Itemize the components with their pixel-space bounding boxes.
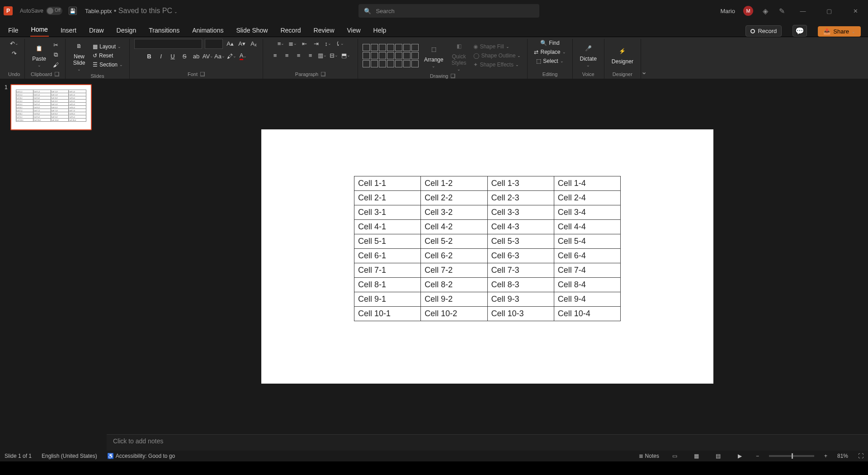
save-icon[interactable]: 💾 (69, 7, 77, 15)
fit-to-window-button[interactable]: ⛶ (858, 453, 863, 459)
drawing-dialog-launcher[interactable] (451, 74, 455, 78)
strikethrough-button[interactable]: S (180, 52, 189, 61)
table-cell[interactable]: Cell 9-3 (487, 292, 554, 307)
table-cell[interactable]: Cell 4-2 (421, 220, 487, 234)
table-cell[interactable]: Cell 3-3 (487, 205, 554, 220)
align-right-button[interactable]: ≡ (294, 51, 303, 60)
bullets-button[interactable]: ≡⌄ (277, 39, 286, 48)
search-input[interactable]: 🔍 Search (359, 4, 539, 18)
ribbon-collapse-button[interactable]: ⌄ (641, 67, 651, 79)
table-cell[interactable]: Cell 10-1 (354, 307, 421, 321)
font-dialog-launcher[interactable] (200, 72, 205, 76)
table-cell[interactable]: Cell 2-1 (354, 191, 421, 205)
table-cell[interactable]: Cell 1-1 (354, 176, 421, 191)
pen-icon[interactable]: ✎ (778, 7, 786, 15)
align-left-button[interactable]: ≡ (271, 51, 280, 60)
table-cell[interactable]: Cell 5-4 (554, 234, 620, 249)
paste-button[interactable]: 📋 Paste⌄ (29, 41, 49, 68)
table-cell[interactable]: Cell 7-4 (554, 263, 620, 278)
table-cell[interactable]: Cell 4-1 (354, 220, 421, 234)
sorter-view-button[interactable]: ▦ (691, 452, 703, 460)
autosave-toggle[interactable]: AutoSave Off (20, 7, 62, 15)
diamond-icon[interactable]: ◈ (761, 7, 769, 15)
font-family-combo[interactable] (134, 39, 202, 49)
select-button[interactable]: ⬚ Select⌄ (534, 57, 565, 65)
table-cell[interactable]: Cell 3-4 (554, 205, 620, 220)
tab-help[interactable]: Help (373, 24, 387, 37)
share-button[interactable]: 📤Share⌄ (818, 26, 861, 37)
table-cell[interactable]: Cell 6-1 (354, 249, 421, 263)
table-cell[interactable]: Cell 8-1 (354, 278, 421, 292)
table-cell[interactable]: Cell 3-1 (354, 205, 421, 220)
table-cell[interactable]: Cell 2-3 (487, 191, 554, 205)
tab-record[interactable]: Record (279, 24, 302, 37)
clipboard-dialog-launcher[interactable] (55, 72, 59, 76)
replace-button[interactable]: ⇄ Replace ⌄ (532, 48, 567, 56)
columns-button[interactable]: ▥⌄ (318, 51, 327, 60)
redo-button[interactable]: ↷ (9, 49, 19, 58)
numbering-button[interactable]: ≣⌄ (288, 39, 297, 48)
undo-button[interactable]: ↶⌄ (9, 39, 19, 48)
table-cell[interactable]: Cell 10-4 (554, 307, 620, 321)
table-cell[interactable]: Cell 4-3 (487, 220, 554, 234)
close-button[interactable]: ✕ (846, 4, 864, 18)
paragraph-dialog-launcher[interactable] (321, 72, 326, 76)
thumbnail-pane[interactable]: 1 Cell 1-1Cell 1-2Cell 1-3Cell 1-4Cell 2… (0, 79, 107, 451)
font-color-button[interactable]: A⌄ (239, 52, 248, 61)
table-cell[interactable]: Cell 8-2 (421, 278, 487, 292)
decrease-indent-button[interactable]: ⇤ (300, 39, 309, 48)
avatar[interactable]: M (743, 6, 753, 16)
reset-button[interactable]: ↺ Reset (91, 52, 125, 60)
toggle-switch[interactable]: Off (46, 7, 62, 15)
highlight-button[interactable]: 🖍⌄ (227, 52, 236, 61)
arrange-button[interactable]: ⬚Arrange⌄ (421, 42, 446, 69)
reading-view-button[interactable]: ▤ (712, 452, 724, 460)
align-center-button[interactable]: ≡ (283, 51, 292, 60)
table-cell[interactable]: Cell 5-1 (354, 234, 421, 249)
italic-button[interactable]: I (156, 52, 165, 61)
accessibility-button[interactable]: ♿Accessibility: Good to go (107, 453, 175, 459)
underline-button[interactable]: U (168, 52, 177, 61)
shapes-gallery[interactable] (363, 44, 419, 67)
table-cell[interactable]: Cell 9-2 (421, 292, 487, 307)
notes-pane[interactable]: Click to add notes (107, 434, 868, 451)
table-cell[interactable]: Cell 2-4 (554, 191, 620, 205)
record-button[interactable]: Record (745, 25, 782, 37)
table-cell[interactable]: Cell 7-1 (354, 263, 421, 278)
align-text-button[interactable]: ⊟⌄ (330, 51, 339, 60)
maximize-button[interactable]: ▢ (820, 4, 838, 18)
table-cell[interactable]: Cell 10-2 (421, 307, 487, 321)
zoom-level[interactable]: 81% (837, 453, 848, 459)
table-cell[interactable]: Cell 2-2 (421, 191, 487, 205)
increase-font-button[interactable]: A▴ (226, 39, 235, 48)
tab-draw[interactable]: Draw (88, 24, 105, 37)
minimize-button[interactable]: ― (794, 4, 812, 18)
format-painter-button[interactable]: 🖌 (52, 60, 61, 69)
tab-view[interactable]: View (346, 24, 362, 37)
table-cell[interactable]: Cell 8-3 (487, 278, 554, 292)
table-cell[interactable]: Cell 7-3 (487, 263, 554, 278)
normal-view-button[interactable]: ▭ (669, 452, 681, 460)
document-title[interactable]: Table.pptx • Saved to this PC ⌄ (85, 7, 178, 15)
slide-thumbnail[interactable]: 1 Cell 1-1Cell 1-2Cell 1-3Cell 1-4Cell 2… (5, 84, 102, 130)
thumbnail-preview[interactable]: Cell 1-1Cell 1-2Cell 1-3Cell 1-4Cell 2-1… (10, 84, 92, 130)
tab-review[interactable]: Review (313, 24, 335, 37)
tab-animations[interactable]: Animations (191, 24, 224, 37)
smartart-button[interactable]: ⬒⌄ (341, 51, 350, 60)
bold-button[interactable]: B (145, 52, 154, 61)
app-icon[interactable]: P (4, 6, 13, 15)
table-cell[interactable]: Cell 1-4 (554, 176, 620, 191)
line-spacing-button[interactable]: ↕⌄ (324, 39, 333, 48)
tab-transitions[interactable]: Transitions (148, 24, 180, 37)
table-cell[interactable]: Cell 6-3 (487, 249, 554, 263)
decrease-font-button[interactable]: A▾ (237, 39, 246, 48)
language-button[interactable]: English (United States) (42, 453, 97, 459)
table-cell[interactable]: Cell 9-4 (554, 292, 620, 307)
tab-slideshow[interactable]: Slide Show (235, 24, 269, 37)
shadow-button[interactable]: ab (192, 52, 201, 61)
slide-table[interactable]: Cell 1-1Cell 1-2Cell 1-3Cell 1-4Cell 2-1… (354, 176, 621, 321)
table-cell[interactable]: Cell 3-2 (421, 205, 487, 220)
table-cell[interactable]: Cell 5-3 (487, 234, 554, 249)
layout-button[interactable]: ▦ Layout⌄ (91, 43, 125, 51)
copy-button[interactable]: ⧉ (52, 50, 61, 59)
